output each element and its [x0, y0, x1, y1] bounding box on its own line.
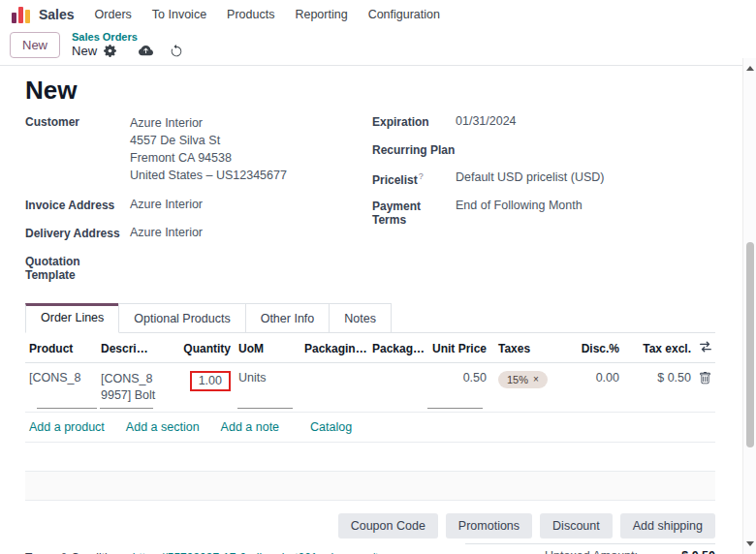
breadcrumb: Sales Orders New: [72, 31, 183, 59]
untaxed-amount-value: $ 0.50: [638, 549, 715, 554]
add-product-link[interactable]: Add a product: [29, 420, 105, 434]
recurring-plan-label: Recurring Plan: [372, 142, 456, 161]
discard-undo-icon[interactable]: [170, 45, 183, 58]
breadcrumb-sales-orders[interactable]: Sales Orders: [72, 31, 183, 44]
app-name[interactable]: Sales: [39, 7, 75, 22]
top-navbar: Sales Orders To Invoice Products Reporti…: [0, 0, 756, 27]
breadcrumb-current: New: [72, 44, 97, 59]
field-payment-terms: Payment Terms End of Following Month: [372, 199, 715, 227]
cell-quantity: 1.00: [161, 363, 235, 413]
menu-to-invoice[interactable]: To Invoice: [152, 8, 206, 21]
field-invoice-address: Invoice Address Azure Interior: [25, 198, 372, 216]
col-taxes[interactable]: Taxes: [490, 333, 577, 363]
order-lines-table: Product Descri… Quantity UoM Packagin… P…: [25, 333, 715, 501]
app-brand[interactable]: Sales: [12, 7, 75, 23]
col-unit-price[interactable]: Unit Price: [425, 333, 490, 363]
field-recurring-plan: Recurring Plan: [372, 142, 715, 161]
customer-value[interactable]: Azure Interior: [130, 114, 372, 132]
quantity-value[interactable]: 1.00: [199, 374, 222, 387]
table-header-row: Product Descri… Quantity UoM Packagin… P…: [25, 333, 715, 363]
adjust-columns-icon[interactable]: [699, 340, 712, 354]
col-tax-excl[interactable]: Tax excl.: [623, 333, 695, 363]
menu-reporting[interactable]: Reporting: [295, 8, 347, 21]
order-actions: Coupon Code Promotions Discount Add ship…: [25, 513, 715, 539]
invoice-address-label: Invoice Address: [25, 198, 130, 216]
control-panel: New Sales Orders New: [10, 31, 183, 59]
menu-products[interactable]: Products: [227, 8, 274, 21]
recurring-plan-value[interactable]: [456, 142, 715, 161]
terms-and-conditions: Terms & Conditions: https://55793037-17-…: [25, 543, 465, 554]
quotation-template-label: Quotation Template: [25, 254, 130, 282]
promotions-button[interactable]: Promotions: [446, 513, 532, 539]
field-expiration: Expiration 01/31/2024: [372, 114, 715, 133]
cell-tax-excl: $ 0.50: [623, 363, 695, 413]
cell-unit-price[interactable]: 0.50: [425, 363, 490, 413]
field-quotation-template: Quotation Template: [25, 254, 372, 282]
discount-button[interactable]: Discount: [540, 513, 613, 539]
record-title: New: [25, 76, 715, 105]
invoice-address-value[interactable]: Azure Interior: [130, 198, 372, 216]
tab-other-info[interactable]: Other Info: [245, 303, 331, 332]
tab-bar: Order Lines Optional Products Other Info…: [25, 303, 715, 333]
delete-row-icon[interactable]: [699, 372, 711, 385]
cell-packaging[interactable]: [368, 363, 425, 413]
delivery-address-label: Delivery Address: [25, 226, 130, 244]
tax-tag[interactable]: 15% ×: [498, 371, 548, 388]
sales-app-icon: [12, 7, 30, 23]
cell-description[interactable]: [CONS_89957] Bolt: [97, 363, 161, 413]
customer-address-line: United States – US12345677: [130, 167, 372, 184]
tax-tag-label: 15%: [507, 374, 528, 385]
delivery-address-value[interactable]: Azure Interior: [130, 226, 372, 244]
field-pricelist: Pricelist? Default USD pricelist (USD): [372, 170, 715, 189]
tab-order-lines[interactable]: Order Lines: [25, 303, 119, 333]
tab-optional-products[interactable]: Optional Products: [118, 303, 245, 332]
col-quantity[interactable]: Quantity: [161, 333, 235, 363]
col-product[interactable]: Product: [25, 333, 97, 363]
form-sheet: New Customer Azure Interior 4557 De Silv…: [0, 65, 742, 554]
new-button[interactable]: New: [10, 32, 60, 58]
customer-label: Customer: [25, 114, 130, 184]
coupon-code-button[interactable]: Coupon Code: [338, 513, 438, 539]
scroll-up-arrow-icon[interactable]: [746, 66, 754, 71]
notebook: Order Lines Optional Products Other Info…: [25, 303, 715, 501]
catalog-link[interactable]: Catalog: [310, 420, 352, 434]
tab-notes[interactable]: Notes: [329, 303, 392, 332]
menu-configuration[interactable]: Configuration: [368, 8, 440, 21]
tax-tag-remove-icon[interactable]: ×: [533, 375, 539, 385]
pricelist-help-icon: ?: [419, 171, 424, 181]
save-cloud-icon[interactable]: [139, 44, 153, 58]
scrollbar-thumb[interactable]: [746, 242, 754, 447]
order-line-row: [CONS_8 [CONS_89957] Bolt 1.00 Units 0.5…: [25, 363, 715, 413]
form-footer: Terms & Conditions: https://55793037-17-…: [25, 543, 715, 554]
add-section-link[interactable]: Add a section: [126, 420, 200, 434]
cell-product[interactable]: [CONS_8: [25, 363, 97, 413]
col-uom[interactable]: UoM: [235, 333, 300, 363]
pricelist-value[interactable]: Default USD pricelist (USD): [456, 170, 715, 189]
cell-packaging-qty[interactable]: [300, 363, 368, 413]
col-packaging-qty[interactable]: Packagin…: [300, 333, 368, 363]
col-discount[interactable]: Disc.%: [577, 333, 623, 363]
empty-row: [25, 472, 715, 501]
add-shipping-button[interactable]: Add shipping: [620, 513, 715, 539]
untaxed-amount-label: Untaxed Amount:: [545, 549, 638, 554]
col-description[interactable]: Descri…: [97, 333, 161, 363]
scroll-down-arrow-icon[interactable]: [746, 541, 754, 546]
untaxed-amount-row: Untaxed Amount: $ 0.50: [465, 548, 715, 554]
col-packaging[interactable]: Packag…: [368, 333, 425, 363]
pricelist-label: Pricelist?: [372, 170, 456, 189]
quotation-template-value[interactable]: [130, 254, 372, 282]
gear-icon[interactable]: [104, 45, 116, 57]
payment-terms-label: Payment Terms: [372, 199, 456, 227]
cell-discount[interactable]: 0.00: [577, 363, 623, 413]
customer-address-line: 4557 De Silva St: [130, 132, 372, 149]
customer-address-line: Fremont CA 94538: [130, 149, 372, 167]
order-totals: Untaxed Amount: $ 0.50 Tax 15%: $ 0.08: [465, 543, 715, 554]
cell-uom[interactable]: Units: [235, 363, 300, 413]
add-note-link[interactable]: Add a note: [221, 420, 279, 434]
menu-orders[interactable]: Orders: [95, 8, 132, 21]
payment-terms-value[interactable]: End of Following Month: [456, 199, 715, 227]
table-links-row: Add a product Add a section Add a note C…: [25, 413, 715, 443]
vertical-scrollbar: [742, 58, 756, 554]
expiration-value[interactable]: 01/31/2024: [456, 114, 715, 133]
empty-row: [25, 443, 715, 472]
